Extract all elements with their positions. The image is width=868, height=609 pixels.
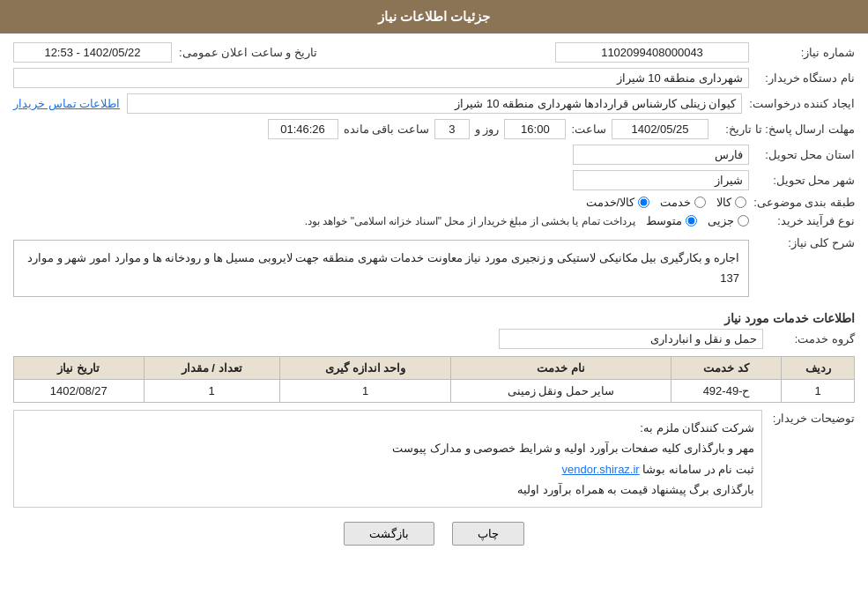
table-row: 1 ح-49-492 سایر حمل ونقل زمینی 1 1 1402/… <box>14 379 855 402</box>
buyer-org-row: نام دستگاه خریدار: شهرداری منطقه 10 شیرا… <box>13 68 855 88</box>
need-number-label: شماره نیاز: <box>749 46 855 59</box>
deadline-days: 3 <box>434 119 470 139</box>
page-wrapper: جزئیات اطلاعات نیاز شماره نیاز: 11020994… <box>0 0 868 609</box>
category-label-khedmat: خدمت <box>660 196 691 209</box>
print-button[interactable]: چاپ <box>452 522 524 546</box>
category-label-kala: کالا <box>716 196 731 209</box>
creator-label: ایجاد کننده درخواست: <box>742 97 855 110</box>
buyer-notes-line1: شرکت کنندگان ملزم به: <box>21 418 754 438</box>
cell-code: ح-49-492 <box>671 379 782 402</box>
category-label-kala-khedmat: کالا/خدمت <box>586 196 635 209</box>
back-button[interactable]: بازگشت <box>344 522 434 546</box>
table-body: 1 ح-49-492 سایر حمل ونقل زمینی 1 1 1402/… <box>14 379 855 402</box>
buyer-notes-line4: بارگذاری برگ پیشنهاد قیمت به همراه برآور… <box>21 479 754 500</box>
need-number-value: 1102099408000043 <box>555 42 749 63</box>
buyer-notes-line3-text: ثبت نام در سامانه بوشا <box>640 463 754 476</box>
footer-buttons: چاپ بازگشت <box>13 522 855 546</box>
buyer-notes-section: توضیحات خریدار: شرکت کنندگان ملزم به: مه… <box>13 410 855 509</box>
category-label: طبقه بندی موضوعی: <box>746 196 855 209</box>
process-label-mottavaset: متوسط <box>646 214 682 227</box>
process-option-mottavaset: متوسط <box>646 214 697 227</box>
days-label: روز و <box>475 123 500 136</box>
category-option-kala-khedmat: کالا/خدمت <box>586 196 650 209</box>
province-label: استان محل تحویل: <box>749 148 855 161</box>
col-header-name: نام خدمت <box>451 356 671 379</box>
deadline-time: 16:00 <box>504 119 566 139</box>
description-label: شرح کلی نیاز: <box>749 233 855 249</box>
category-option-kala: کالا <box>716 196 746 209</box>
buyer-notes-content: شرکت کنندگان ملزم به: مهر و بارگذاری کلی… <box>13 410 762 509</box>
city-label: شهر محل تحویل: <box>749 174 855 187</box>
category-row: طبقه بندی موضوعی: کالا خدمت کالا/خدمت <box>13 196 855 209</box>
process-label: نوع فرآیند خرید: <box>749 214 855 227</box>
items-table: ردیف کد خدمت نام خدمت واحد اندازه گیری ت… <box>13 356 855 403</box>
buyer-notes-label: توضیحات خریدار: <box>766 410 855 425</box>
col-header-date: تاریخ نیاز <box>14 356 145 379</box>
contact-link[interactable]: اطلاعات تماس خریدار <box>13 97 120 110</box>
table-header: ردیف کد خدمت نام خدمت واحد اندازه گیری ت… <box>14 356 855 379</box>
process-option-jozyi: جزیی <box>708 214 749 227</box>
buyer-org-value: شهرداری منطقه 10 شیراز <box>13 68 749 88</box>
service-group-row: گروه خدمت: حمل و نقل و انبارداری <box>13 329 855 349</box>
process-label-jozyi: جزیی <box>708 214 734 227</box>
service-group-label: گروه خدمت: <box>767 332 855 345</box>
process-radio-group: جزیی متوسط <box>646 214 749 227</box>
deadline-label: مهلت ارسال پاسخ: تا تاریخ: <box>714 123 855 136</box>
category-option-khedmat: خدمت <box>660 196 706 209</box>
category-radio-khedmat[interactable] <box>694 197 706 208</box>
description-value: اجاره و بکارگیری بیل مکانیکی لاستیکی و ز… <box>13 240 749 297</box>
table-header-row: ردیف کد خدمت نام خدمت واحد اندازه گیری ت… <box>14 356 855 379</box>
remaining-value: 01:46:26 <box>268 119 338 139</box>
buyer-org-label: نام دستگاه خریدار: <box>749 71 855 85</box>
buyer-notes-line2: مهر و بارگذاری کلیه صفحات برآورد اولیه و… <box>21 438 754 458</box>
deadline-row: مهلت ارسال پاسخ: تا تاریخ: 1402/05/25 سا… <box>13 119 855 139</box>
province-value: فارس <box>573 145 749 165</box>
announce-datetime-value: 1402/05/22 - 12:53 <box>13 42 172 63</box>
service-group-value: حمل و نقل و انبارداری <box>499 329 763 349</box>
cell-date: 1402/08/27 <box>14 379 145 402</box>
creator-row: ایجاد کننده درخواست: کیوان زینلی کارشناس… <box>13 93 855 114</box>
description-section: شرح کلی نیاز: اجاره و بکارگیری بیل مکانی… <box>13 233 855 304</box>
time-label: ساعت: <box>571 123 606 136</box>
need-number-row: شماره نیاز: 1102099408000043 تاریخ و ساع… <box>13 42 855 63</box>
col-header-unit: واحد اندازه گیری <box>279 356 451 379</box>
category-radio-kala[interactable] <box>735 197 746 208</box>
deadline-date: 1402/05/25 <box>612 119 708 139</box>
buyer-notes-line3: ثبت نام در سامانه بوشا vendor.shiraz.ir <box>21 459 754 479</box>
cell-quantity: 1 <box>144 379 279 402</box>
category-radio-group: کالا خدمت کالا/خدمت <box>586 196 747 209</box>
cell-name: سایر حمل ونقل زمینی <box>451 379 671 402</box>
process-row: نوع فرآیند خرید: جزیی متوسط پرداخت تمام … <box>13 214 855 227</box>
announce-datetime-label: تاریخ و ساعت اعلان عمومی: <box>172 46 317 59</box>
cell-row: 1 <box>782 379 855 402</box>
page-title: جزئیات اطلاعات نیاز <box>378 9 490 24</box>
page-header: جزئیات اطلاعات نیاز <box>0 0 868 33</box>
col-header-code: کد خدمت <box>671 356 782 379</box>
city-row: شهر محل تحویل: شیراز <box>13 170 855 190</box>
col-header-qty: تعداد / مقدار <box>144 356 279 379</box>
province-row: استان محل تحویل: فارس <box>13 145 855 165</box>
process-note: پرداخت تمام یا بخشی از مبلغ خریدار از مح… <box>305 215 635 227</box>
city-value: شیراز <box>573 170 749 190</box>
creator-value: کیوان زینلی کارشناس قراردادها شهرداری من… <box>127 93 742 114</box>
content-area: شماره نیاز: 1102099408000043 تاریخ و ساع… <box>0 33 868 563</box>
buyer-notes-link[interactable]: vendor.shiraz.ir <box>562 463 640 476</box>
process-radio-mottavaset[interactable] <box>686 215 697 227</box>
remaining-label: ساعت باقی مانده <box>344 123 429 136</box>
cell-unit: 1 <box>279 379 451 402</box>
service-info-title: اطلاعات خدمات مورد نیاز <box>13 311 855 325</box>
col-header-row: ردیف <box>782 356 855 379</box>
process-radio-jozyi[interactable] <box>738 215 749 227</box>
category-radio-kala-khedmat[interactable] <box>638 197 649 208</box>
